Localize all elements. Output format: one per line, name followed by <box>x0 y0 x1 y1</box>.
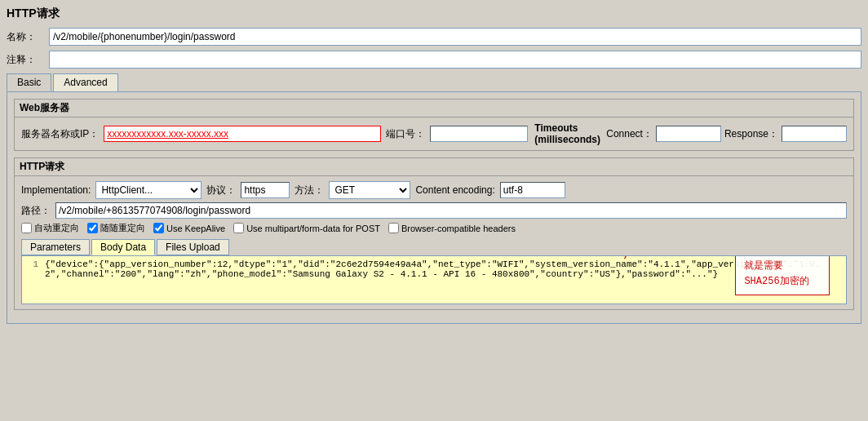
implementation-select[interactable]: HttpClient... <box>95 181 202 199</box>
server-input[interactable] <box>104 126 381 142</box>
timeouts-label: Timeouts (milliseconds) <box>534 122 603 145</box>
tab-files-upload[interactable]: Files Upload <box>157 239 229 255</box>
browser-headers-label: Browser-compatible headers <box>401 224 516 233</box>
web-server-section: Web服务器 服务器名称或IP： 端口号： Timeouts (millisec… <box>14 99 854 151</box>
keepalive-input[interactable] <box>153 223 164 233</box>
connect-input[interactable] <box>656 126 721 142</box>
browser-headers-input[interactable] <box>388 223 399 233</box>
checkboxes-row: 自动重定向 随随重定向 Use KeepAlive Use multipart/… <box>21 222 847 234</box>
port-label: 端口号： <box>386 127 425 141</box>
path-input[interactable] <box>55 202 847 219</box>
follow-redirect-checkbox[interactable]: 随随重定向 <box>87 222 145 234</box>
page-title: HTTP请求 <box>7 7 861 21</box>
multipart-checkbox[interactable]: Use multipart/form-data for POST <box>233 223 380 233</box>
main-container: HTTP请求 名称： 注释： Basic Advanced Web服务器 服务器… <box>0 0 868 421</box>
keepalive-checkbox[interactable]: Use KeepAlive <box>153 223 225 233</box>
http-request-body: Implementation: HttpClient... 协议： 方法： GE… <box>15 176 853 309</box>
name-input[interactable] <box>49 28 861 46</box>
tab-basic[interactable]: Basic <box>7 73 51 91</box>
path-row: 路径： <box>21 202 847 219</box>
code-area: 1 {"device":{"app_version_number":12,"dt… <box>21 255 847 304</box>
response-label: Response： <box>724 127 778 141</box>
web-server-header: Web服务器 <box>15 100 853 117</box>
method-select[interactable]: GET <box>329 181 410 199</box>
tab-body-data[interactable]: Body Data <box>91 239 155 255</box>
server-row: 服务器名称或IP： 端口号： Timeouts (milliseconds) C… <box>21 122 847 145</box>
multipart-label: Use multipart/form-data for POST <box>246 224 380 233</box>
comment-row: 注释： <box>7 51 861 69</box>
path-label: 路径： <box>21 204 51 218</box>
web-server-body: 服务器名称或IP： 端口号： Timeouts (milliseconds) C… <box>15 117 853 150</box>
implementation-row: Implementation: HttpClient... 协议： 方法： GE… <box>21 181 847 199</box>
code-line-1: 1 {"device":{"app_version_number":12,"dt… <box>27 259 841 279</box>
code-content: {"device":{"app_version_number":12,"dtyp… <box>45 259 841 279</box>
encoding-label: Content encoding: <box>415 184 494 196</box>
multipart-input[interactable] <box>233 223 244 233</box>
follow-redirect-input[interactable] <box>87 223 98 233</box>
browser-headers-checkbox[interactable]: Browser-compatible headers <box>388 223 516 233</box>
auto-redirect-input[interactable] <box>21 223 32 233</box>
method-label: 方法： <box>294 184 324 197</box>
encoding-input[interactable] <box>500 182 565 198</box>
server-input-area: 服务器名称或IP： 端口号： <box>21 126 528 142</box>
timeouts-area: Timeouts (milliseconds) Connect： Respons… <box>534 122 847 145</box>
main-tabs: Basic Advanced <box>7 73 861 91</box>
follow-redirect-label: 随随重定向 <box>100 222 145 234</box>
line-number: 1 <box>27 259 38 279</box>
response-input[interactable] <box>782 126 847 142</box>
inner-tabs: Parameters Body Data Files Upload <box>21 239 847 255</box>
tab-parameters[interactable]: Parameters <box>21 239 90 255</box>
auto-redirect-checkbox[interactable]: 自动重定向 <box>21 222 79 234</box>
annotation-box: 这里的password 就是需要 SHA256加密的 <box>735 255 830 295</box>
comment-label: 注释： <box>7 53 46 67</box>
server-label: 服务器名称或IP： <box>21 127 99 141</box>
http-request-section: HTTP请求 Implementation: HttpClient... 协议：… <box>14 157 854 310</box>
implementation-label: Implementation: <box>21 184 91 196</box>
http-request-header: HTTP请求 <box>15 158 853 176</box>
keepalive-label: Use KeepAlive <box>166 224 225 233</box>
name-row: 名称： <box>7 28 861 46</box>
tab-content: Web服务器 服务器名称或IP： 端口号： Timeouts (millisec… <box>7 91 861 324</box>
connect-label: Connect： <box>606 127 653 141</box>
annotation-text: 这里的password 就是需要 SHA256加密的 <box>744 255 821 290</box>
protocol-input[interactable] <box>241 182 290 198</box>
comment-input[interactable] <box>49 51 861 69</box>
tab-advanced[interactable]: Advanced <box>53 73 117 91</box>
auto-redirect-label: 自动重定向 <box>34 222 79 234</box>
protocol-label: 协议： <box>206 184 236 197</box>
name-label: 名称： <box>7 30 46 44</box>
port-input[interactable] <box>430 126 528 142</box>
